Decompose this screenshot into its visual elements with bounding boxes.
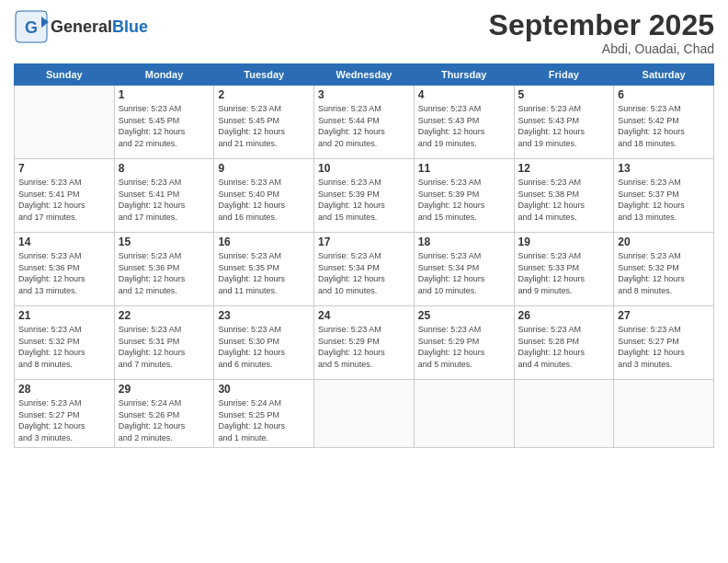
day-number: 26: [518, 309, 610, 322]
day-info: Sunrise: 5:23 AM Sunset: 5:45 PM Dayligh…: [218, 103, 310, 149]
day-info: Sunrise: 5:23 AM Sunset: 5:33 PM Dayligh…: [518, 250, 610, 296]
calendar-cell: 14Sunrise: 5:23 AM Sunset: 5:36 PM Dayli…: [15, 233, 115, 306]
calendar-cell: 3Sunrise: 5:23 AM Sunset: 5:44 PM Daylig…: [314, 86, 415, 159]
logo: G GeneralBlue: [14, 9, 148, 44]
day-number: 23: [218, 309, 310, 322]
col-header-sunday: Sunday: [15, 64, 115, 86]
day-number: 3: [318, 88, 410, 101]
calendar-cell: 11Sunrise: 5:23 AM Sunset: 5:39 PM Dayli…: [414, 159, 514, 233]
calendar-cell: 4Sunrise: 5:23 AM Sunset: 5:43 PM Daylig…: [414, 86, 514, 159]
calendar-cell: 6Sunrise: 5:23 AM Sunset: 5:42 PM Daylig…: [614, 86, 714, 159]
calendar-week-2: 7Sunrise: 5:23 AM Sunset: 5:41 PM Daylig…: [15, 159, 714, 233]
day-info: Sunrise: 5:23 AM Sunset: 5:37 PM Dayligh…: [618, 177, 710, 223]
calendar-cell: 29Sunrise: 5:24 AM Sunset: 5:26 PM Dayli…: [114, 380, 214, 447]
day-info: Sunrise: 5:23 AM Sunset: 5:41 PM Dayligh…: [18, 177, 110, 223]
calendar-week-4: 21Sunrise: 5:23 AM Sunset: 5:32 PM Dayli…: [15, 306, 714, 380]
svg-text:G: G: [25, 18, 38, 37]
calendar-cell: 12Sunrise: 5:23 AM Sunset: 5:38 PM Dayli…: [514, 159, 614, 233]
calendar-cell: 19Sunrise: 5:23 AM Sunset: 5:33 PM Dayli…: [514, 233, 614, 306]
logo-text: GeneralBlue: [51, 17, 148, 37]
day-info: Sunrise: 5:23 AM Sunset: 5:29 PM Dayligh…: [318, 324, 410, 370]
location-subtitle: Abdi, Ouadai, Chad: [489, 41, 714, 56]
day-info: Sunrise: 5:23 AM Sunset: 5:41 PM Dayligh…: [119, 177, 210, 223]
day-number: 28: [18, 383, 110, 396]
day-info: Sunrise: 5:23 AM Sunset: 5:36 PM Dayligh…: [119, 250, 210, 296]
day-number: 30: [218, 383, 310, 396]
day-info: Sunrise: 5:23 AM Sunset: 5:43 PM Dayligh…: [518, 103, 610, 149]
calendar-cell: [614, 380, 714, 447]
calendar-cell: 23Sunrise: 5:23 AM Sunset: 5:30 PM Dayli…: [214, 306, 314, 380]
calendar-cell: 2Sunrise: 5:23 AM Sunset: 5:45 PM Daylig…: [214, 86, 314, 159]
day-info: Sunrise: 5:23 AM Sunset: 5:30 PM Dayligh…: [218, 324, 310, 370]
day-number: 16: [218, 236, 310, 248]
day-number: 17: [318, 236, 410, 248]
day-info: Sunrise: 5:23 AM Sunset: 5:35 PM Dayligh…: [218, 250, 310, 296]
day-info: Sunrise: 5:24 AM Sunset: 5:26 PM Dayligh…: [119, 397, 210, 443]
main-container: G GeneralBlue September 2025 Abdi, Ouada…: [0, 0, 728, 563]
day-number: 21: [18, 309, 110, 322]
day-number: 7: [18, 162, 110, 175]
day-number: 10: [318, 162, 410, 175]
calendar-cell: 17Sunrise: 5:23 AM Sunset: 5:34 PM Dayli…: [314, 233, 415, 306]
col-header-monday: Monday: [114, 64, 214, 86]
logo-blue: Blue: [112, 17, 148, 36]
calendar-cell: 16Sunrise: 5:23 AM Sunset: 5:35 PM Dayli…: [214, 233, 314, 306]
calendar-cell: 20Sunrise: 5:23 AM Sunset: 5:32 PM Dayli…: [614, 233, 714, 306]
calendar-cell: 8Sunrise: 5:23 AM Sunset: 5:41 PM Daylig…: [114, 159, 214, 233]
day-number: 15: [119, 236, 210, 248]
day-info: Sunrise: 5:23 AM Sunset: 5:34 PM Dayligh…: [418, 250, 510, 296]
day-info: Sunrise: 5:23 AM Sunset: 5:28 PM Dayligh…: [518, 324, 610, 370]
calendar-cell: 5Sunrise: 5:23 AM Sunset: 5:43 PM Daylig…: [514, 86, 614, 159]
calendar-cell: [314, 380, 415, 447]
day-number: 6: [618, 88, 710, 101]
day-number: 2: [218, 88, 310, 101]
calendar-header-row: SundayMondayTuesdayWednesdayThursdayFrid…: [15, 64, 714, 86]
calendar-cell: 18Sunrise: 5:23 AM Sunset: 5:34 PM Dayli…: [414, 233, 514, 306]
col-header-thursday: Thursday: [414, 64, 514, 86]
calendar-cell: 24Sunrise: 5:23 AM Sunset: 5:29 PM Dayli…: [314, 306, 415, 380]
day-number: 1: [119, 88, 210, 101]
day-info: Sunrise: 5:23 AM Sunset: 5:34 PM Dayligh…: [318, 250, 410, 296]
day-info: Sunrise: 5:23 AM Sunset: 5:45 PM Dayligh…: [119, 103, 210, 149]
day-info: Sunrise: 5:23 AM Sunset: 5:29 PM Dayligh…: [418, 324, 510, 370]
day-number: 25: [418, 309, 510, 322]
calendar-week-1: 1Sunrise: 5:23 AM Sunset: 5:45 PM Daylig…: [15, 86, 714, 159]
day-number: 14: [18, 236, 110, 248]
day-number: 12: [518, 162, 610, 175]
day-number: 8: [119, 162, 210, 175]
title-block: September 2025 Abdi, Ouadai, Chad: [489, 9, 714, 56]
calendar-cell: 10Sunrise: 5:23 AM Sunset: 5:39 PM Dayli…: [314, 159, 415, 233]
calendar-cell: 13Sunrise: 5:23 AM Sunset: 5:37 PM Dayli…: [614, 159, 714, 233]
day-info: Sunrise: 5:23 AM Sunset: 5:42 PM Dayligh…: [618, 103, 710, 149]
col-header-friday: Friday: [514, 64, 614, 86]
logo-icon: G: [14, 9, 49, 44]
day-info: Sunrise: 5:24 AM Sunset: 5:25 PM Dayligh…: [218, 397, 310, 443]
calendar-cell: 9Sunrise: 5:23 AM Sunset: 5:40 PM Daylig…: [214, 159, 314, 233]
day-number: 13: [618, 162, 710, 175]
calendar-cell: [414, 380, 514, 447]
calendar-week-5: 28Sunrise: 5:23 AM Sunset: 5:27 PM Dayli…: [15, 380, 714, 447]
calendar-cell: 7Sunrise: 5:23 AM Sunset: 5:41 PM Daylig…: [15, 159, 115, 233]
day-info: Sunrise: 5:23 AM Sunset: 5:43 PM Dayligh…: [418, 103, 510, 149]
calendar-cell: 27Sunrise: 5:23 AM Sunset: 5:27 PM Dayli…: [614, 306, 714, 380]
calendar-cell: [15, 86, 115, 159]
calendar-cell: 28Sunrise: 5:23 AM Sunset: 5:27 PM Dayli…: [15, 380, 115, 447]
day-info: Sunrise: 5:23 AM Sunset: 5:39 PM Dayligh…: [318, 177, 410, 223]
day-number: 9: [218, 162, 310, 175]
month-title: September 2025: [489, 9, 714, 41]
calendar-cell: 15Sunrise: 5:23 AM Sunset: 5:36 PM Dayli…: [114, 233, 214, 306]
day-number: 18: [418, 236, 510, 248]
day-info: Sunrise: 5:23 AM Sunset: 5:40 PM Dayligh…: [218, 177, 310, 223]
day-info: Sunrise: 5:23 AM Sunset: 5:31 PM Dayligh…: [119, 324, 210, 370]
day-number: 27: [618, 309, 710, 322]
col-header-wednesday: Wednesday: [314, 64, 415, 86]
day-number: 24: [318, 309, 410, 322]
col-header-tuesday: Tuesday: [214, 64, 314, 86]
calendar-cell: 1Sunrise: 5:23 AM Sunset: 5:45 PM Daylig…: [114, 86, 214, 159]
calendar-cell: [514, 380, 614, 447]
day-info: Sunrise: 5:23 AM Sunset: 5:27 PM Dayligh…: [618, 324, 710, 370]
calendar-cell: 21Sunrise: 5:23 AM Sunset: 5:32 PM Dayli…: [15, 306, 115, 380]
day-number: 11: [418, 162, 510, 175]
day-info: Sunrise: 5:23 AM Sunset: 5:32 PM Dayligh…: [18, 324, 110, 370]
calendar-table: SundayMondayTuesdayWednesdayThursdayFrid…: [14, 63, 714, 447]
